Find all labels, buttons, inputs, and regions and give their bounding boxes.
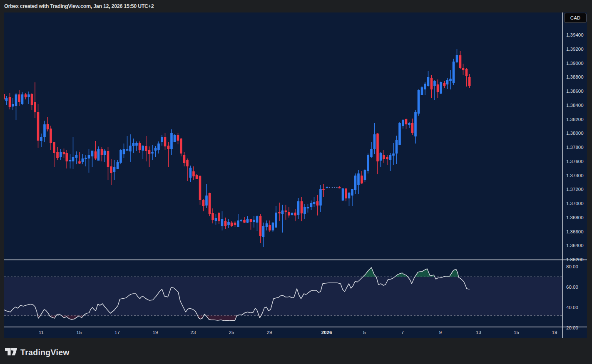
svg-text:23: 23 [191, 330, 196, 335]
svg-text:15: 15 [77, 330, 82, 335]
svg-text:15: 15 [514, 330, 519, 335]
svg-text:7: 7 [401, 330, 404, 335]
svg-text:1.39400: 1.39400 [566, 32, 584, 37]
svg-text:1.38800: 1.38800 [566, 74, 584, 79]
svg-text:1.39200: 1.39200 [566, 47, 584, 52]
svg-text:1.38400: 1.38400 [566, 103, 584, 108]
svg-text:1.37000: 1.37000 [566, 201, 584, 206]
svg-text:11: 11 [39, 330, 44, 335]
svg-text:40.00: 40.00 [566, 305, 578, 310]
svg-text:1.36400: 1.36400 [566, 243, 584, 248]
svg-text:60.00: 60.00 [566, 285, 578, 290]
svg-text:17: 17 [114, 330, 120, 335]
svg-text:5: 5 [363, 330, 366, 335]
svg-text:1.36800: 1.36800 [566, 215, 584, 220]
svg-text:1.38600: 1.38600 [566, 89, 584, 94]
svg-text:1.36600: 1.36600 [566, 229, 584, 234]
svg-text:19: 19 [552, 330, 557, 335]
svg-text:1.37600: 1.37600 [566, 159, 584, 164]
svg-text:1.39000: 1.39000 [566, 61, 584, 66]
svg-text:9: 9 [439, 330, 442, 335]
svg-text:13: 13 [476, 330, 481, 335]
svg-text:19: 19 [153, 330, 158, 335]
svg-text:1.37200: 1.37200 [566, 187, 584, 192]
svg-text:1.37400: 1.37400 [566, 173, 584, 178]
svg-text:1.38200: 1.38200 [566, 117, 584, 122]
svg-text:TradingView: TradingView [20, 348, 70, 357]
svg-text:1.38000: 1.38000 [566, 131, 584, 136]
svg-text:1.36200: 1.36200 [566, 257, 584, 262]
svg-text:Orbex created with TradingView: Orbex created with TradingView.com, Jan … [4, 3, 154, 9]
svg-text:2026: 2026 [321, 330, 332, 335]
svg-text:CAD: CAD [570, 15, 580, 20]
svg-text:1.37800: 1.37800 [566, 145, 584, 150]
svg-text:25: 25 [229, 330, 234, 335]
svg-text:29: 29 [267, 330, 272, 335]
svg-text:80.00: 80.00 [566, 264, 578, 269]
svg-text:20.00: 20.00 [566, 325, 578, 330]
